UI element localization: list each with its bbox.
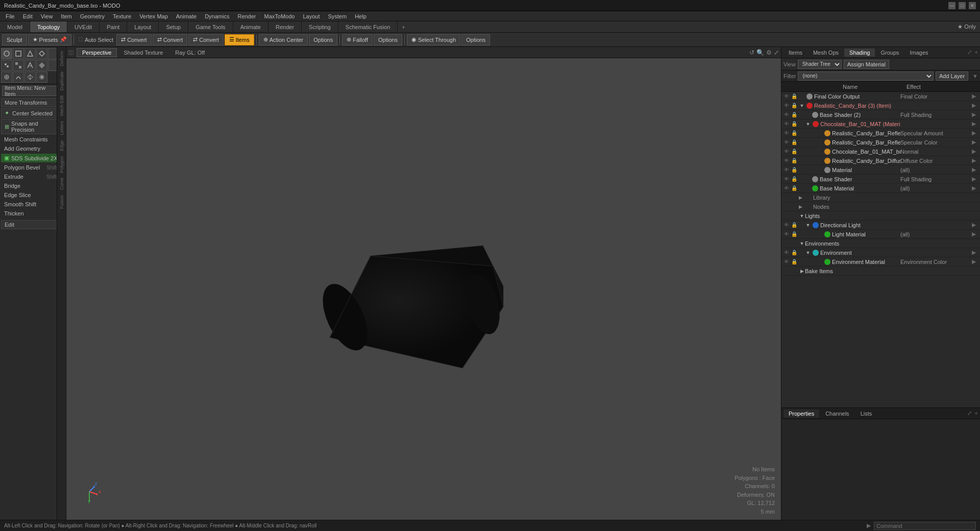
menu-layout[interactable]: Layout: [299, 13, 323, 20]
viewport-canvas[interactable]: No Items Polygons : Face Channels: 0 Def…: [66, 58, 781, 520]
deco-tab-deform[interactable]: Deform: [58, 49, 65, 68]
deco-tab-fusion[interactable]: Fusion: [58, 193, 65, 211]
tool-icon-8[interactable]: [24, 60, 36, 71]
item-menu-select[interactable]: Item Menu: New Item ▼: [2, 86, 64, 96]
tab-uvedit[interactable]: UVEdit: [67, 21, 100, 32]
tab-render[interactable]: Render: [268, 21, 302, 32]
tab-topology[interactable]: Topology: [30, 21, 67, 32]
edit-btn[interactable]: Edit ▼: [1, 220, 65, 229]
tool-icon-9[interactable]: [36, 60, 47, 71]
br-icon-plus[interactable]: +: [975, 410, 978, 417]
menu-geometry[interactable]: Geometry: [77, 13, 108, 20]
snaps-precision-btn[interactable]: ⊞ Snaps and Precision: [1, 119, 65, 134]
shader-item-environment[interactable]: 👁 🔒 ▼ Environment ▶: [781, 248, 980, 257]
tool-icon-12[interactable]: [13, 71, 24, 83]
tab-animate[interactable]: Animate: [233, 21, 268, 32]
menu-maxtomodo[interactable]: MaxToModo: [261, 13, 299, 20]
items-btn[interactable]: ☰ Items: [225, 34, 254, 45]
rt-icon-expand[interactable]: ⤢: [967, 49, 972, 56]
vp-icon-reset[interactable]: ↺: [749, 49, 754, 56]
rt-tab-items[interactable]: Items: [783, 49, 807, 57]
shader-item-lights[interactable]: ▼ Lights: [781, 211, 980, 221]
br-tab-channels[interactable]: Channels: [820, 409, 854, 418]
rt-icon-pin[interactable]: +: [975, 49, 978, 56]
shader-item-material[interactable]: 👁 🔒 Material (all) ▶: [781, 165, 980, 175]
auto-select-btn[interactable]: ☐ Auto Select: [76, 36, 115, 43]
menu-render[interactable]: Render: [234, 13, 259, 20]
tab-model[interactable]: Model: [0, 21, 30, 32]
shader-item-reflection-2[interactable]: 👁 🔒 Realistic_Candy_Bar_Reflection (Imag…: [781, 129, 980, 138]
eye-icon-17[interactable]: 👁: [782, 250, 791, 255]
add-tab-btn[interactable]: +: [398, 21, 409, 32]
eye-icon-0[interactable]: 👁: [782, 93, 791, 99]
expand-lights[interactable]: ▼: [799, 213, 805, 219]
shader-item-final-color[interactable]: 👁 🔒 Final Color Output Final Color ▶: [781, 92, 980, 101]
deco-tab-polygon[interactable]: Polygon: [58, 154, 65, 175]
shader-item-dir-light[interactable]: 👁 🔒 ▼ Directional Light ▶: [781, 221, 980, 230]
menu-animate[interactable]: Animate: [173, 13, 200, 20]
viewport-area[interactable]: ◫ Perspective Shaded Texture Ray GL: Off…: [66, 47, 781, 520]
polygon-bevel-btn[interactable]: Polygon Bevel Shift-B: [1, 163, 65, 172]
expand-17[interactable]: ▼: [805, 250, 811, 255]
shader-item-bump[interactable]: 👁 🔒 Chocolate_Bar_01_MAT_bump_baked (Ima…: [781, 147, 980, 156]
center-selected-btn[interactable]: ✦ Center Selected ▼: [1, 108, 65, 118]
rt-tab-groups[interactable]: Groups: [875, 49, 904, 57]
menu-system[interactable]: System: [324, 13, 350, 20]
convert-btn-1[interactable]: ⇄ Convert: [116, 34, 152, 45]
window-controls[interactable]: — □ ✕: [948, 2, 976, 9]
action-center-btn[interactable]: ⊕ Action Center: [259, 34, 308, 45]
tool-icon-11[interactable]: [1, 71, 12, 83]
convert-btn-2[interactable]: ⇄ Convert: [153, 34, 188, 45]
rt-tab-shading[interactable]: Shading: [844, 49, 875, 57]
expand-bake[interactable]: ▶: [799, 269, 805, 274]
shader-item-candy-bar[interactable]: 👁 🔒 ▼ Realistic_Candy_Bar (3) (Item) ▶: [781, 101, 980, 110]
rt-tab-images[interactable]: Images: [905, 49, 934, 57]
vp-icon-zoom[interactable]: 🔍: [756, 49, 764, 56]
expand-3[interactable]: ▼: [805, 122, 811, 127]
options-btn-3[interactable]: Options: [461, 34, 490, 45]
add-geometry-btn[interactable]: Add Geometry: [1, 144, 65, 153]
shader-item-base-shader-2[interactable]: 👁 🔒 Base Shader (2) Full Shading ▶: [781, 110, 980, 119]
eye-icon-14[interactable]: 👁: [782, 222, 791, 228]
tool-icon-7[interactable]: [13, 60, 24, 71]
shader-item-nodes[interactable]: ▶ Nodes: [781, 202, 980, 211]
tool-icon-6[interactable]: [1, 60, 12, 71]
shader-item-environments[interactable]: ▼ Environments: [781, 239, 980, 248]
shader-item-bake[interactable]: ▶ Bake Items: [781, 267, 980, 276]
view-select[interactable]: Shader Tree: [798, 60, 842, 69]
add-layer-btn[interactable]: Add Layer: [936, 71, 968, 81]
select-through-btn[interactable]: ◉ Select Through: [407, 34, 460, 45]
thicken-btn[interactable]: Thicken: [1, 209, 65, 218]
presets-btn[interactable]: ★ Presets 📌: [28, 34, 71, 45]
menu-dynamics[interactable]: Dynamics: [201, 13, 233, 20]
maximize-btn[interactable]: □: [959, 2, 966, 9]
only-toggle[interactable]: ★ Only: [958, 23, 976, 30]
eye-icon-18[interactable]: 👁: [782, 259, 791, 264]
eye-icon-4[interactable]: 👁: [782, 130, 791, 136]
br-icon-expand[interactable]: ⤢: [967, 410, 972, 417]
more-transforms-btn[interactable]: More Transforms ▼: [1, 98, 65, 107]
menu-help[interactable]: Help: [351, 13, 370, 20]
eye-icon-7[interactable]: 👁: [782, 158, 791, 163]
tool-icon-13[interactable]: [24, 71, 36, 83]
tool-icon-2[interactable]: [13, 48, 24, 59]
close-btn[interactable]: ✕: [969, 2, 976, 9]
options-btn-2[interactable]: Options: [374, 34, 402, 45]
menu-file[interactable]: File: [2, 13, 18, 20]
tab-setup[interactable]: Setup: [159, 21, 188, 32]
minimize-btn[interactable]: —: [948, 2, 955, 9]
shader-item-reflection[interactable]: 👁 🔒 Realistic_Candy_Bar_Reflection (Imag…: [781, 138, 980, 147]
eye-icon-2[interactable]: 👁: [782, 112, 791, 117]
shader-tree[interactable]: 👁 🔒 Final Color Output Final Color ▶ 👁 🔒…: [781, 92, 980, 407]
vp-tab-raygl[interactable]: Ray GL: Off: [169, 48, 210, 57]
br-tab-lists[interactable]: Lists: [855, 409, 877, 418]
sculpt-btn[interactable]: Sculpt: [2, 34, 27, 45]
tab-paint[interactable]: Paint: [100, 21, 127, 32]
rt-tab-mesh-ops[interactable]: Mesh Ops: [808, 49, 844, 57]
expand-envs[interactable]: ▼: [799, 241, 805, 246]
eye-icon-10[interactable]: 👁: [782, 185, 791, 191]
deco-tab-mech[interactable]: Mech Edit: [58, 93, 65, 118]
br-tab-properties[interactable]: Properties: [783, 409, 819, 418]
eye-icon-6[interactable]: 👁: [782, 149, 791, 154]
shader-item-chocolate-mat[interactable]: 👁 🔒 ▼ Chocolate_Bar_01_MAT (Material) ▶: [781, 119, 980, 129]
